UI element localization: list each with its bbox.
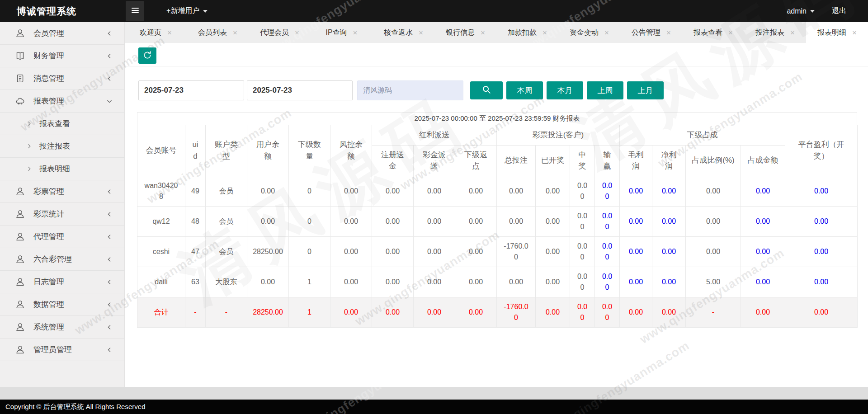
table-cell[interactable]: 0.00 — [741, 176, 785, 206]
tab-rebate-check[interactable]: 核查返水× — [373, 22, 434, 43]
close-icon[interactable]: × — [353, 29, 358, 37]
app-root: 博诚管理系统 +新增用户 admin 退出 会员管理财务管理消息管理报表管理报表… — [0, 0, 868, 414]
table-cell[interactable]: 0.00 — [741, 206, 785, 236]
table-cell[interactable]: 0.00 — [620, 176, 652, 206]
table-cell: 63 — [185, 267, 206, 297]
sidebar-item-mark-six-management[interactable]: 六合彩管理 — [0, 248, 124, 271]
sidebar-subitem-report-view[interactable]: 报表查看 — [0, 113, 124, 135]
sidebar-item-agent-management[interactable]: 代理管理 — [0, 226, 124, 248]
table-cell: 0.00 — [372, 236, 414, 267]
table-cell: 0 — [289, 236, 330, 267]
close-icon[interactable]: × — [542, 29, 547, 37]
table-cell[interactable]: 0.00 — [620, 267, 652, 297]
finance-report-table: 会员账号uid账户类型用户余额下级数量风控余额红利派送彩票投注(客户)下级占成平… — [137, 125, 858, 328]
date-from-input[interactable] — [138, 80, 244, 100]
close-icon[interactable]: × — [604, 29, 609, 37]
table-cell[interactable]: 0.00 — [785, 176, 858, 206]
tab-agent-member[interactable]: 代理会员× — [249, 22, 311, 43]
table-cell: 48 — [185, 206, 206, 236]
column-header: 平台盈利（开奖） — [785, 125, 858, 176]
tab-bank-info[interactable]: 银行信息× — [434, 22, 496, 43]
close-icon[interactable]: × — [295, 29, 299, 37]
tab-announcement[interactable]: 公告管理× — [620, 22, 682, 43]
tab-report-view[interactable]: 报表查看× — [682, 22, 744, 43]
menu-toggle-button[interactable] — [126, 1, 144, 21]
total-cell: 0.00 — [536, 297, 570, 327]
close-icon[interactable]: × — [852, 29, 857, 37]
sidebar-item-report-management[interactable]: 报表管理 — [0, 90, 124, 113]
sidebar-item-system-management[interactable]: 系统管理 — [0, 316, 124, 339]
total-cell: 0.00 — [455, 297, 497, 327]
column-group-header: 下级占成 — [620, 125, 785, 146]
last-week-button[interactable]: 上周 — [587, 81, 623, 99]
table-cell[interactable]: 0.00 — [595, 176, 620, 206]
user-menu[interactable]: admin — [787, 0, 815, 22]
this-month-button[interactable]: 本月 — [547, 81, 583, 99]
search-button[interactable] — [470, 81, 503, 99]
close-icon[interactable]: × — [666, 29, 671, 37]
table-cell: 0.00 — [497, 176, 536, 206]
total-cell: 0.00 — [330, 297, 372, 327]
table-row: daili63大股东0.0010.000.000.000.000.000.000… — [137, 267, 858, 297]
search-input[interactable] — [357, 80, 463, 100]
close-icon[interactable]: × — [167, 29, 172, 37]
sidebar-item-lottery-statistics[interactable]: 彩票统计 — [0, 203, 124, 226]
date-to-input[interactable] — [247, 80, 353, 100]
table-cell[interactable]: 0.00 — [785, 236, 858, 267]
table-cell: 0.00 — [570, 236, 595, 267]
sidebar-subitem-report-detail[interactable]: 报表明细 — [0, 158, 124, 180]
table-cell[interactable]: 0.00 — [652, 206, 686, 236]
sidebar-item-log-management[interactable]: 日志管理 — [0, 271, 124, 293]
filter-toolbar: 本周 本月 上周 上月 — [138, 80, 868, 100]
bottom-strip — [0, 387, 868, 400]
table-cell: 0.00 — [247, 176, 289, 206]
tab-add-deduct[interactable]: 加款扣款× — [496, 22, 558, 43]
table-cell[interactable]: 0.00 — [785, 267, 858, 297]
sidebar-subitem-bet-report[interactable]: 投注报表 — [0, 135, 124, 158]
table-cell[interactable]: 0.00 — [595, 267, 620, 297]
refresh-icon — [143, 51, 152, 61]
table-cell[interactable]: 0.00 — [595, 236, 620, 267]
close-icon[interactable]: × — [728, 29, 733, 37]
close-icon[interactable]: × — [233, 29, 237, 37]
finance-report: 2025-07-23 00:00:00 至 2025-07-23 23:59:5… — [137, 112, 857, 328]
table-cell[interactable]: 0.00 — [785, 206, 858, 236]
table-cell[interactable]: 0.00 — [652, 176, 686, 206]
table-cell[interactable]: 0.00 — [595, 206, 620, 236]
close-icon[interactable]: × — [481, 29, 485, 37]
sidebar-item-lottery-management[interactable]: 彩票管理 — [0, 180, 124, 203]
table-cell[interactable]: 0.00 — [741, 236, 785, 267]
table-cell[interactable]: 0.00 — [620, 206, 652, 236]
sidebar-item-finance-management[interactable]: 财务管理 — [0, 45, 124, 67]
sidebar: 会员管理财务管理消息管理报表管理报表查看投注报表报表明细彩票管理彩票统计代理管理… — [0, 22, 125, 387]
tab-member-list[interactable]: 会员列表× — [187, 22, 249, 43]
this-week-button[interactable]: 本周 — [506, 81, 543, 99]
tab-report-detail[interactable]: 报表明细× — [806, 22, 868, 43]
table-cell: ceshi — [137, 236, 185, 267]
tab-ip-query[interactable]: IP查询× — [311, 22, 373, 43]
column-subheader: 彩金派送 — [414, 145, 455, 176]
refresh-button[interactable] — [138, 47, 156, 64]
tab-welcome[interactable]: 欢迎页× — [125, 22, 187, 43]
tab-label: 代理会员 — [260, 28, 289, 38]
tab-bet-report[interactable]: 投注报表× — [744, 22, 806, 43]
user-icon — [15, 300, 25, 310]
table-cell[interactable]: 0.00 — [741, 267, 785, 297]
new-user-dropdown[interactable]: +新增用户 — [166, 0, 208, 22]
sidebar-item-data-management[interactable]: 数据管理 — [0, 293, 124, 316]
table-cell: 0.00 — [570, 267, 595, 297]
logout-button[interactable]: 退出 — [832, 0, 846, 22]
table-cell[interactable]: 0.00 — [652, 236, 686, 267]
column-subheader: 输赢 — [595, 145, 620, 176]
last-month-button[interactable]: 上月 — [627, 81, 664, 99]
table-cell: 0.00 — [455, 236, 497, 267]
table-cell[interactable]: 0.00 — [652, 267, 686, 297]
tab-fund-changes[interactable]: 资金变动× — [558, 22, 620, 43]
table-cell[interactable]: 0.00 — [620, 236, 652, 267]
sidebar-item-message-management[interactable]: 消息管理 — [0, 67, 124, 90]
sidebar-item-admin-management[interactable]: 管理员管理 — [0, 339, 124, 361]
close-icon[interactable]: × — [790, 29, 795, 37]
sidebar-item-member-management[interactable]: 会员管理 — [0, 22, 124, 45]
table-cell: 0.00 — [536, 206, 570, 236]
close-icon[interactable]: × — [419, 29, 423, 37]
